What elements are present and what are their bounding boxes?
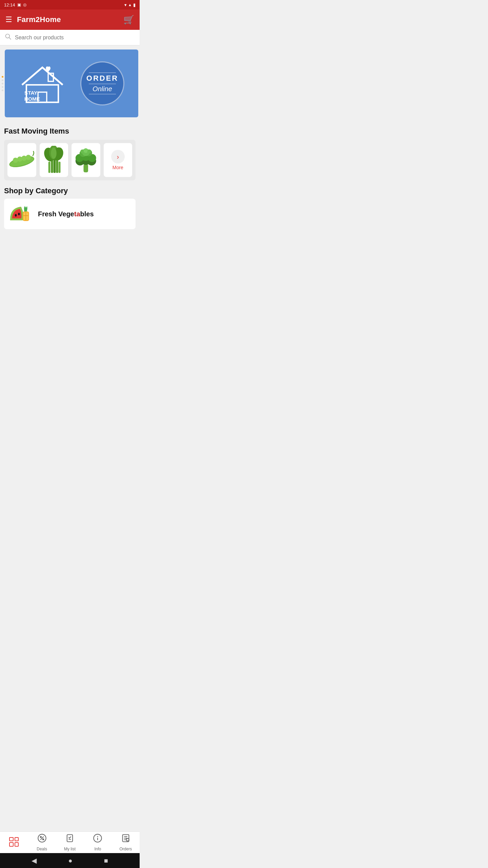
category-section: Shop by Category Fresh Vegetables [0, 184, 140, 233]
category-image [9, 202, 33, 226]
svg-rect-23 [83, 164, 88, 173]
banner-container: STAY HOME STAY SAFE ORDER Online [0, 45, 140, 121]
svg-point-12 [21, 155, 26, 160]
broccoli-image [72, 147, 100, 173]
status-time: 12:14 [4, 2, 15, 7]
svg-line-1 [9, 38, 11, 39]
fast-moving-section: Fast Moving Items [0, 121, 140, 184]
svg-rect-14 [51, 160, 53, 173]
battery-icon: ▮ [133, 2, 136, 7]
dot-2 [2, 79, 3, 81]
product-card-peas[interactable] [7, 143, 36, 177]
celery-image [41, 146, 66, 175]
fast-moving-row: › More [4, 140, 136, 180]
order-online-badge: ORDER Online [80, 61, 124, 105]
dot-4 [2, 86, 3, 88]
decorative-line-bottom [89, 94, 116, 94]
app-header: ☰ Farm2Home 🛒 [0, 9, 140, 30]
category-card-vegetables[interactable]: Fresh Vegetables [4, 199, 136, 229]
svg-point-22 [51, 147, 57, 159]
svg-point-36 [15, 214, 17, 216]
svg-text:STAY: STAY [24, 90, 38, 96]
svg-text:HOME: HOME [24, 96, 40, 102]
search-bar [0, 30, 140, 45]
fast-moving-title: Fast Moving Items [4, 127, 136, 136]
svg-rect-16 [56, 160, 58, 173]
menu-button[interactable]: ☰ [5, 15, 12, 24]
sim-icon: ▣ [17, 2, 21, 7]
app-title: Farm2Home [17, 15, 61, 24]
product-card-broccoli[interactable] [72, 143, 100, 177]
status-right: ▾ ▲ ▮ [124, 2, 136, 7]
notification-icon: ◎ [23, 2, 26, 7]
svg-point-11 [17, 156, 22, 161]
svg-rect-17 [48, 161, 50, 173]
house-icon: STAY HOME STAY SAFE [19, 63, 66, 104]
decorative-line-top [89, 73, 116, 73]
banner-left: STAY HOME STAY SAFE [19, 63, 66, 104]
svg-point-13 [26, 155, 31, 160]
banner-dots [1, 76, 3, 91]
more-label: More [113, 165, 123, 170]
svg-text:STAY SAFE: STAY SAFE [25, 103, 42, 104]
search-input[interactable] [15, 35, 135, 41]
wifi-icon: ▾ [124, 2, 127, 7]
svg-point-0 [6, 34, 10, 38]
peas-image [7, 147, 36, 173]
signal-icon: ▲ [128, 3, 132, 7]
dot-1 [2, 76, 3, 78]
svg-point-37 [18, 213, 20, 215]
decorative-line-mid [89, 84, 116, 84]
product-card-celery[interactable] [40, 143, 68, 177]
order-label: ORDER [86, 74, 118, 83]
status-bar: 12:14 ▣ ◎ ▾ ▲ ▮ [0, 0, 140, 9]
category-title: Shop by Category [4, 186, 136, 195]
cart-button[interactable]: 🛒 [123, 15, 134, 25]
header-left: ☰ Farm2Home [5, 15, 61, 24]
category-name: Fresh Vegetables [38, 210, 94, 218]
svg-point-35 [87, 150, 91, 154]
search-icon [5, 33, 12, 42]
dot-3 [2, 83, 3, 84]
more-button[interactable]: › More [104, 143, 133, 177]
svg-rect-15 [54, 159, 56, 173]
online-label: Online [93, 85, 112, 93]
status-left: 12:14 ▣ ◎ [4, 2, 26, 7]
more-arrow-icon: › [111, 150, 125, 163]
dot-5 [2, 90, 3, 91]
promotional-banner[interactable]: STAY HOME STAY SAFE ORDER Online [5, 50, 138, 117]
svg-rect-18 [59, 161, 61, 173]
